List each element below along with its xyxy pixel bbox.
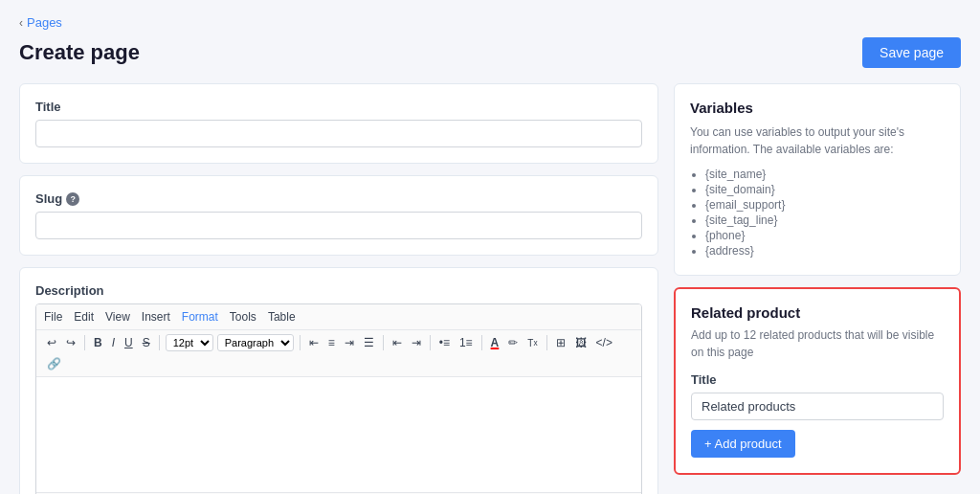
breadcrumb: ‹ Pages	[19, 15, 961, 30]
variables-list: {site_name} {site_domain} {email_support…	[690, 168, 945, 258]
description-card: Description File Edit View Insert Format…	[19, 267, 658, 494]
slug-label: Slug ?	[35, 191, 642, 206]
toolbar-divider-1	[84, 335, 85, 350]
toolbar-divider-3	[300, 335, 301, 350]
toolbar-divider-2	[159, 335, 160, 350]
page-header: Create page Save page	[19, 37, 961, 68]
toolbar-link[interactable]: 🔗	[44, 355, 64, 372]
variable-item-site-domain: {site_domain}	[705, 183, 945, 196]
title-label: Title	[35, 100, 642, 114]
menu-format[interactable]: Format	[182, 308, 218, 326]
variable-item-phone: {phone}	[705, 229, 945, 242]
menu-tools[interactable]: Tools	[230, 308, 256, 326]
toolbar-image[interactable]: 🖼	[572, 334, 590, 351]
save-page-button[interactable]: Save page	[862, 37, 961, 68]
variables-card: Variables You can use variables to outpu…	[674, 83, 961, 276]
toolbar-bullet-list[interactable]: •≡	[436, 334, 453, 351]
toolbar-undo[interactable]: ↩	[44, 334, 59, 351]
variables-title: Variables	[690, 100, 945, 116]
toolbar-fontsize-select[interactable]: 12pt 10pt 14pt 16pt	[166, 334, 213, 351]
toolbar-align-left[interactable]: ⇤	[306, 334, 322, 351]
page-title: Create page	[19, 40, 140, 65]
toolbar-highlight[interactable]: ✏	[505, 334, 521, 351]
toolbar-underline[interactable]: U	[122, 334, 136, 351]
title-card: Title	[19, 83, 658, 164]
slug-card: Slug ?	[19, 175, 658, 256]
menu-table[interactable]: Table	[268, 308, 296, 326]
toolbar-divider-6	[481, 335, 482, 350]
toolbar-paragraph-select[interactable]: Paragraph Heading 1 Heading 2	[217, 334, 294, 351]
side-column: Variables You can use variables to outpu…	[674, 83, 961, 494]
title-input[interactable]	[35, 120, 642, 147]
toolbar-numbered-list[interactable]: 1≡	[457, 334, 476, 351]
toolbar-align-justify[interactable]: ☰	[361, 334, 377, 351]
toolbar-divider-4	[383, 335, 384, 350]
toolbar-bold[interactable]: B	[91, 334, 105, 351]
menu-file[interactable]: File	[44, 308, 62, 326]
toolbar-align-right[interactable]: ⇥	[342, 334, 357, 351]
breadcrumb-pages-link[interactable]: Pages	[27, 15, 62, 30]
menu-edit[interactable]: Edit	[74, 308, 94, 326]
toolbar-code[interactable]: </>	[593, 334, 615, 351]
variable-item-site-tag-line: {site_tag_line}	[705, 213, 945, 227]
editor-toolbar: ↩ ↪ B I U S 12pt 10pt 14pt 16pt	[36, 330, 641, 377]
toolbar-table[interactable]: ⊞	[553, 334, 568, 351]
slug-input[interactable]	[35, 212, 642, 239]
toolbar-divider-5	[430, 335, 431, 350]
toolbar-divider-7	[546, 335, 547, 350]
variables-desc: You can use variables to output your sit…	[690, 124, 945, 158]
toolbar-redo[interactable]: ↪	[63, 334, 78, 351]
slug-help-icon[interactable]: ?	[66, 192, 79, 206]
related-product-desc: Add up to 12 related products that will …	[691, 326, 944, 361]
breadcrumb-chevron-icon: ‹	[19, 16, 23, 30]
description-label: Description	[35, 283, 642, 298]
menu-insert[interactable]: Insert	[142, 308, 170, 326]
variable-item-email-support: {email_support}	[705, 198, 945, 212]
editor-menubar: File Edit View Insert Format Tools Table	[36, 304, 641, 330]
toolbar-strikethrough[interactable]: S	[140, 334, 153, 351]
related-product-card: Related product Add up to 12 related pro…	[674, 287, 961, 475]
variable-item-address: {address}	[705, 244, 945, 258]
main-column: Title Slug ? Description File Edit	[19, 83, 658, 494]
menu-view[interactable]: View	[105, 308, 130, 326]
related-product-title-input[interactable]	[691, 393, 944, 420]
variable-item-site-name: {site_name}	[705, 168, 945, 181]
toolbar-indent[interactable]: ⇥	[409, 334, 424, 351]
toolbar-italic[interactable]: I	[109, 334, 118, 351]
editor-body[interactable]	[36, 377, 641, 492]
toolbar-superscript[interactable]: Tx	[524, 336, 540, 350]
toolbar-outdent[interactable]: ⇤	[390, 334, 405, 351]
related-product-title: Related product	[691, 304, 944, 321]
toolbar-align-center[interactable]: ≡	[325, 334, 338, 351]
content-layout: Title Slug ? Description File Edit	[19, 83, 961, 494]
add-product-button[interactable]: + Add product	[691, 430, 795, 458]
editor-wrapper: File Edit View Insert Format Tools Table…	[35, 303, 642, 494]
related-product-field-label: Title	[691, 372, 944, 387]
toolbar-font-color[interactable]: A	[488, 334, 502, 351]
